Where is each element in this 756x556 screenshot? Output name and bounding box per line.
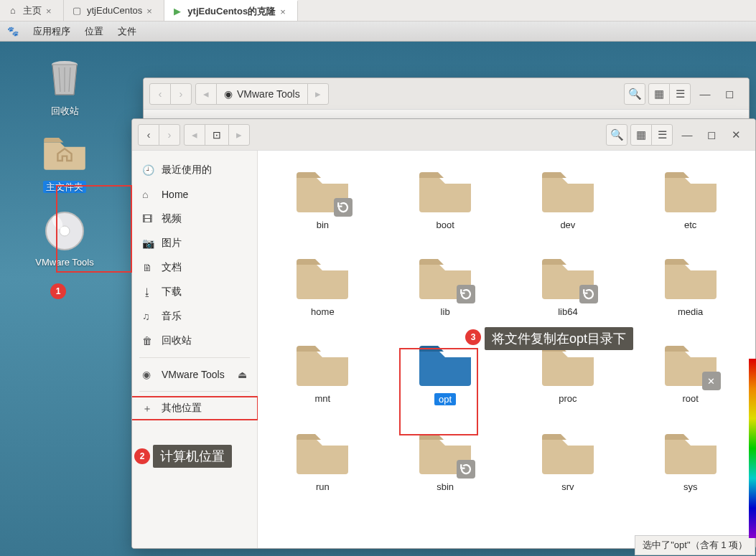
vm-icon: ▢ xyxy=(71,5,83,17)
search-button[interactable]: 🔍 xyxy=(624,83,645,105)
folder-icon xyxy=(662,165,719,215)
folder-item-mnt[interactable]: mnt xyxy=(265,339,380,405)
sidebar-item-home[interactable]: ⌂Home xyxy=(132,182,257,207)
video-icon: 🎞 xyxy=(142,213,154,225)
annotation-bubble-1: 1 xyxy=(50,283,66,299)
sidebar-item-pictures[interactable]: 📷图片 xyxy=(132,231,257,255)
sidebar-item-trash[interactable]: 🗑回收站 xyxy=(132,329,257,353)
forward-button[interactable]: › xyxy=(159,124,180,146)
folder-icon xyxy=(539,252,597,302)
folder-item-boot[interactable]: boot xyxy=(388,165,503,230)
maximize-button[interactable]: ◻ xyxy=(719,83,740,105)
folder-item-sys[interactable]: sys xyxy=(633,427,748,492)
icon-view-button[interactable]: ▦ xyxy=(648,83,670,105)
sidebar-item-music[interactable]: ♫音乐 xyxy=(132,304,257,329)
tab-label: ytjEduCentos的克隆 xyxy=(187,6,276,17)
menu-button[interactable]: ☰ xyxy=(651,124,673,146)
folder-item-lib64[interactable]: lib64 xyxy=(510,252,625,317)
noaccess-badge-icon: ✕ xyxy=(702,372,721,390)
sidebar-item-downloads[interactable]: ⭳下载 xyxy=(132,280,257,304)
close-icon[interactable]: × xyxy=(146,6,157,16)
folder-item-home[interactable]: home xyxy=(265,252,380,317)
folder-label: sys xyxy=(683,481,698,492)
minimize-button[interactable]: — xyxy=(676,124,698,146)
annotation-bubble-3: 3 xyxy=(465,329,481,345)
list-view-button[interactable]: ☰ xyxy=(669,83,691,105)
download-icon: ⭳ xyxy=(142,286,154,298)
icon-view-button[interactable]: ▦ xyxy=(630,124,652,146)
host-color-bar xyxy=(749,359,756,538)
filemanager-window: ‹ › ◂ ⊡ ▸ 🔍 ▦ ☰ — ◻ ✕ 🕘最近使用的 ⌂Home 🎞视频 📷… xyxy=(131,118,756,549)
symlink-badge-icon xyxy=(457,285,475,303)
folder-item-bin[interactable]: bin xyxy=(265,165,380,230)
folder-icon xyxy=(294,165,351,215)
folder-item-dev[interactable]: dev xyxy=(510,165,625,230)
sidebar-item-vmtools[interactable]: ◉VMware Tools⏏ xyxy=(132,362,257,387)
document-icon: 🗎 xyxy=(142,262,154,274)
close-button[interactable]: ✕ xyxy=(725,124,747,146)
back-button[interactable]: ‹ xyxy=(138,124,159,146)
sidebar-item-documents[interactable]: 🗎文档 xyxy=(132,255,257,280)
close-icon[interactable]: × xyxy=(280,6,290,17)
maximize-button[interactable]: ◻ xyxy=(701,124,722,146)
folder-icon xyxy=(662,427,719,477)
folder-icon xyxy=(294,339,351,389)
path-left-button[interactable]: ◂ xyxy=(184,124,205,146)
home-icon: ⌂ xyxy=(142,189,154,201)
disc-icon: ◉ xyxy=(142,369,154,381)
folder-icon xyxy=(294,252,351,302)
path-root[interactable]: ⊡ xyxy=(205,124,229,146)
menu-places[interactable]: 位置 xyxy=(85,25,103,38)
plus-icon: ＋ xyxy=(142,402,154,415)
folder-icon xyxy=(294,427,351,477)
menu-files[interactable]: 文件 xyxy=(118,25,136,38)
tab-vm1[interactable]: ▢ ytjEduCentos × xyxy=(64,0,164,21)
folder-item-sbin[interactable]: sbin xyxy=(388,427,503,492)
folder-label: lib xyxy=(441,306,450,317)
desktop-trash-label: 回收站 xyxy=(32,105,97,118)
folder-item-srv[interactable]: srv xyxy=(510,427,625,492)
folder-icon xyxy=(416,252,474,302)
search-icon: 🔍 xyxy=(610,128,624,141)
folder-label: run xyxy=(316,481,330,492)
path-right-button[interactable]: ▸ xyxy=(228,124,250,146)
path-segment[interactable]: ◉ VMware Tools xyxy=(216,83,308,105)
folder-label: media xyxy=(678,306,703,317)
folder-item-root[interactable]: ✕root xyxy=(633,339,748,405)
tab-label: ytjEduCentos xyxy=(87,5,142,16)
folder-label: srv xyxy=(561,481,574,492)
tab-vm2-active[interactable]: ▶ ytjEduCentos的克隆 × xyxy=(164,0,298,21)
sidebar-item-videos[interactable]: 🎞视频 xyxy=(132,207,257,231)
folder-item-lib[interactable]: lib xyxy=(388,252,503,317)
eject-icon[interactable]: ⏏ xyxy=(238,369,247,380)
folder-label: mnt xyxy=(315,393,331,404)
folder-item-media[interactable]: media xyxy=(633,252,748,317)
back-button[interactable]: ‹ xyxy=(149,83,171,105)
close-icon[interactable]: × xyxy=(46,6,56,16)
music-icon: ♫ xyxy=(142,311,154,323)
camera-icon: 📷 xyxy=(142,237,154,250)
folder-item-run[interactable]: run xyxy=(265,427,380,492)
symlink-badge-icon xyxy=(579,285,598,303)
tab-label: 主页 xyxy=(23,4,42,17)
filemanager-toolbar: ‹ › ◂ ⊡ ▸ 🔍 ▦ ☰ — ◻ ✕ xyxy=(132,119,755,151)
tab-home[interactable]: ⌂ 主页 × xyxy=(0,0,64,21)
forward-button[interactable]: › xyxy=(170,83,192,105)
folder-label: home xyxy=(311,306,335,317)
sidebar-item-recent[interactable]: 🕘最近使用的 xyxy=(132,158,257,182)
search-button[interactable]: 🔍 xyxy=(606,124,627,146)
desktop-trash[interactable]: 回收站 xyxy=(32,56,97,118)
trash-icon: 🗑 xyxy=(142,335,154,347)
menu-applications[interactable]: 应用程序 xyxy=(33,25,70,38)
folder-icon xyxy=(662,252,719,302)
minimize-button[interactable]: — xyxy=(694,83,716,105)
sidebar-separator xyxy=(139,391,250,392)
sidebar-separator xyxy=(139,357,250,358)
folder-item-etc[interactable]: etc xyxy=(633,165,748,230)
folder-label: lib64 xyxy=(558,306,577,317)
path-right-button[interactable]: ▸ xyxy=(307,83,329,105)
sidebar-item-other[interactable]: ＋其他位置 xyxy=(132,396,258,420)
folder-icon xyxy=(539,427,597,477)
path-left-button[interactable]: ◂ xyxy=(195,83,217,105)
folder-label: sbin xyxy=(437,481,454,492)
